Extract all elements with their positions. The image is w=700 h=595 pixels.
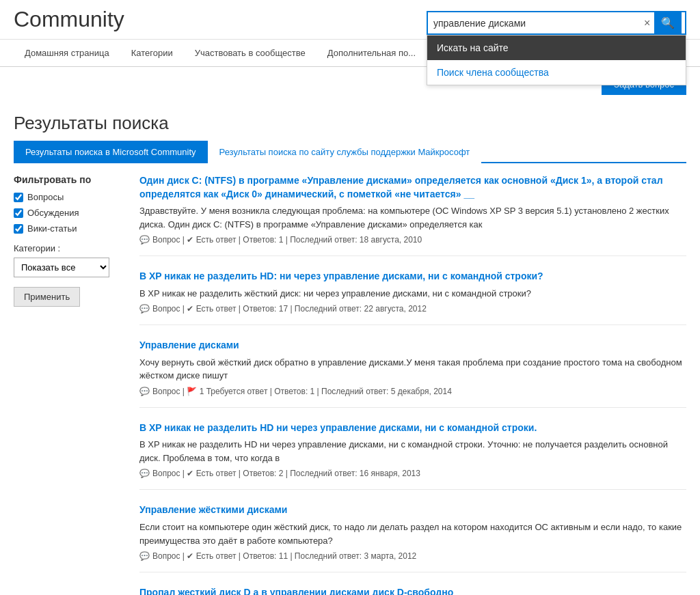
tab-community[interactable]: Результаты поиска в Microsoft Community (14, 141, 208, 163)
filter-categories-label: Категории : (14, 243, 123, 253)
filter-label-wiki: Вики-статьи (27, 223, 77, 234)
result-meta: 💬 Вопрос | ✔ Есть ответ | Ответов: 17 | … (139, 304, 686, 314)
table-row: Управление дисками Хочу вернуть свой жёс… (139, 339, 686, 408)
result-excerpt: Хочу вернуть свой жёсткий диск обратно в… (139, 356, 686, 383)
result-title[interactable]: Управление дисками (139, 339, 686, 352)
search-box: × 🔍 (427, 11, 686, 35)
chat-icon: 💬 (139, 469, 150, 478)
table-row: Пропал жесткий диск D а в управлении дис… (139, 586, 686, 595)
table-row: Один диск С: (NTFS) в программе «Управле… (139, 174, 686, 256)
filter-checkbox-wiki[interactable] (14, 224, 23, 234)
nav-item-more[interactable]: Дополнительная по... (317, 40, 427, 66)
result-excerpt: Здравствуйте. У меня возникла следующая … (139, 204, 686, 231)
nav-item-participate[interactable]: Участвовать в сообществе (184, 40, 317, 66)
result-meta-text: Вопрос | 🚩 1 Требуется ответ | Ответов: … (152, 387, 452, 396)
nav-item-home[interactable]: Домашняя страница (14, 40, 120, 66)
search-wrapper: × 🔍 Искать на сайте Поиск члена сообщест… (427, 11, 686, 35)
filter-checkbox-questions[interactable] (14, 193, 23, 202)
chat-icon: 💬 (139, 304, 150, 314)
result-meta: 💬 Вопрос | ✔ Есть ответ | Ответов: 11 | … (139, 551, 686, 561)
chat-icon: 💬 (139, 235, 150, 245)
filter-label-questions: Вопросы (27, 192, 64, 202)
result-title[interactable]: Пропал жесткий диск D а в управлении дис… (139, 586, 686, 595)
result-meta-text: Вопрос | ✔ Есть ответ | Ответов: 11 | По… (152, 551, 416, 561)
apply-filter-button[interactable]: Применить (14, 287, 80, 307)
result-meta-text: Вопрос | ✔ Есть ответ | Ответов: 17 | По… (152, 304, 427, 314)
result-title[interactable]: В XP никак не разделить HD: ни через упр… (139, 270, 686, 283)
dropdown-item-site-search[interactable]: Искать на сайте (427, 36, 686, 60)
results-list: Один диск С: (NTFS) в программе «Управле… (139, 174, 686, 595)
result-title[interactable]: В XP никак не разделить HD ни через упра… (139, 421, 686, 435)
search-dropdown: Искать на сайте Поиск члена сообщества (427, 35, 686, 85)
result-meta: 💬 Вопрос | ✔ Есть ответ | Ответов: 1 | П… (139, 235, 686, 245)
result-excerpt: В XP никак не разделить жёсткий диск: ни… (139, 287, 686, 301)
result-meta-text: Вопрос | ✔ Есть ответ | Ответов: 1 | Пос… (152, 235, 422, 245)
filter-panel: Фильтровать по Вопросы Обсуждения Вики-с… (14, 174, 123, 595)
result-title[interactable]: Управление жёсткими дисками (139, 503, 686, 517)
table-row: В XP никак не разделить HD ни через упра… (139, 421, 686, 490)
result-excerpt: Если стоит на компьютере один жёсткий ди… (139, 521, 686, 547)
search-icon: 🔍 (661, 17, 675, 29)
tabs: Результаты поиска в Microsoft Community … (14, 141, 686, 163)
header: Community × 🔍 Искать на сайте Поиск член… (0, 0, 700, 40)
filter-categories-select[interactable]: Показать все (14, 258, 109, 277)
result-title[interactable]: Один диск С: (NTFS) в программе «Управле… (139, 174, 686, 201)
main-content: Фильтровать по Вопросы Обсуждения Вики-с… (0, 174, 700, 595)
search-input[interactable] (428, 14, 640, 33)
result-meta: 💬 Вопрос | 🚩 1 Требуется ответ | Ответов… (139, 387, 686, 396)
filter-checkbox-discussions[interactable] (14, 208, 23, 218)
search-submit-button[interactable]: 🔍 (654, 12, 682, 33)
page-title: Результаты поиска (0, 102, 700, 141)
dropdown-item-member-search[interactable]: Поиск члена сообщества (427, 60, 686, 85)
filter-item-discussions: Обсуждения (14, 208, 123, 218)
result-meta: 💬 Вопрос | ✔ Есть ответ | Ответов: 2 | П… (139, 469, 686, 478)
result-excerpt: В XP никак не разделить HD ни через упра… (139, 438, 686, 465)
site-title: Community (14, 7, 124, 39)
chat-icon: 💬 (139, 387, 150, 396)
nav-item-categories[interactable]: Категории (120, 40, 184, 66)
header-right: × 🔍 Искать на сайте Поиск члена сообщест… (427, 11, 686, 35)
filter-title: Фильтровать по (14, 174, 123, 185)
table-row: В XP никак не разделить HD: ни через упр… (139, 270, 686, 325)
tab-support[interactable]: Результаты поиска по сайту службы поддер… (208, 141, 482, 163)
result-meta-text: Вопрос | ✔ Есть ответ | Ответов: 2 | Пос… (152, 469, 420, 478)
search-clear-button[interactable]: × (640, 14, 654, 32)
filter-item-questions: Вопросы (14, 192, 123, 202)
chat-icon: 💬 (139, 551, 150, 561)
filter-categories: Категории : Показать все (14, 243, 123, 277)
table-row: Управление жёсткими дисками Если стоит н… (139, 503, 686, 572)
filter-item-wiki: Вики-статьи (14, 223, 123, 234)
filter-label-discussions: Обсуждения (27, 208, 79, 218)
